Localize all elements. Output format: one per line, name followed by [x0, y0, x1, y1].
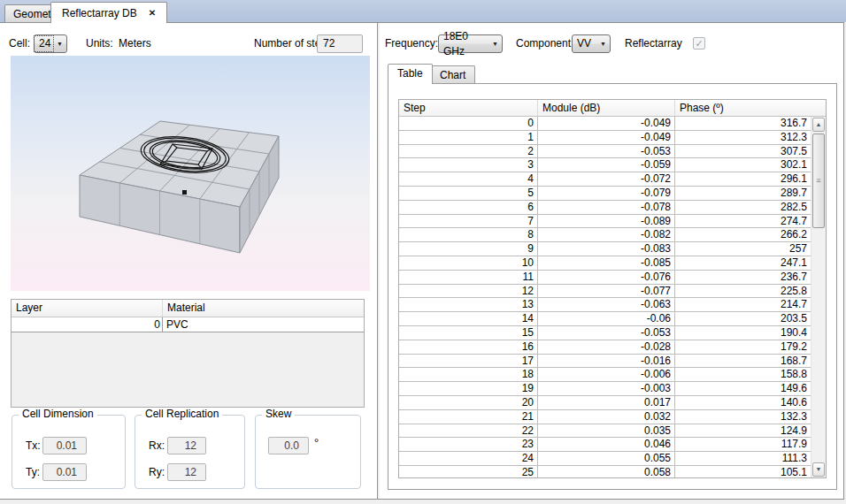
steps-table-header: Step Module (dB) Phase (º) — [399, 100, 826, 117]
ry-label: Ry: — [149, 463, 165, 481]
step-cell: 9 — [399, 242, 538, 256]
geometry-panel: Cell: 24 ▼ Units: Meters Number of steps… — [0, 23, 377, 499]
table-row[interactable]: 200.017140.6 — [399, 396, 811, 410]
table-row[interactable]: 230.046117.9 — [399, 438, 811, 452]
rx-label: Rx: — [149, 437, 165, 454]
phase-cell: 105.1 — [675, 466, 811, 477]
layer-table-row[interactable]: 0 PVC — [12, 317, 364, 332]
step-cell: 2 — [399, 145, 538, 158]
layer-table-empty-area — [12, 332, 364, 407]
module-cell: -0.049 — [538, 131, 675, 144]
table-row[interactable]: 7-0.089274.7 — [399, 215, 811, 229]
steps-table-rows: 0-0.049316.71-0.049312.32-0.053307.53-0.… — [399, 117, 811, 477]
table-row[interactable]: 220.035124.9 — [399, 424, 811, 439]
table-row[interactable]: 5-0.079289.7 — [399, 187, 811, 201]
table-row[interactable]: 1-0.049312.3 — [399, 131, 811, 145]
skew-title: Skew — [262, 408, 295, 420]
table-row[interactable]: 16-0.028179.2 — [399, 340, 811, 355]
table-row[interactable]: 11-0.076236.7 — [399, 271, 811, 285]
phase-cell: 158.8 — [675, 368, 811, 381]
table-row[interactable]: 0-0.049316.7 — [399, 117, 811, 131]
tx-field[interactable]: 0.01 — [42, 437, 87, 454]
checkmark-icon: ✓ — [695, 38, 703, 49]
table-row[interactable]: 15-0.053190.4 — [399, 326, 811, 340]
layer-table-header: Layer Material — [12, 300, 364, 317]
table-row[interactable]: 240.055111.3 — [399, 452, 811, 466]
material-cell: PVC — [163, 317, 364, 332]
phase-cell: 274.7 — [675, 215, 811, 228]
tab-reflectarray-db[interactable]: Reflectarray DB ✕ — [50, 2, 167, 23]
module-cell: 0.032 — [538, 410, 675, 424]
phase-cell: 111.3 — [675, 452, 811, 465]
table-row[interactable]: 10-0.085247.1 — [399, 256, 811, 271]
step-cell: 0 — [399, 117, 538, 130]
table-row[interactable]: 250.058105.1 — [399, 466, 811, 477]
table-row[interactable]: 8-0.082266.2 — [399, 228, 811, 242]
module-cell: -0.076 — [538, 271, 675, 284]
cell-replication-title: Cell Replication — [142, 408, 222, 420]
rx-field[interactable]: 12 — [167, 437, 206, 454]
table-row[interactable]: 17-0.016168.7 — [399, 355, 811, 369]
tab-table[interactable]: Table — [388, 64, 433, 84]
thumb-grip-icon: ≡ — [816, 176, 820, 185]
cell-dimension-groupbox: Cell Dimension Tx: 0.01 Ty: 0.01 — [12, 415, 126, 489]
scrollbar-thumb[interactable]: ≡ — [812, 134, 825, 228]
ry-field[interactable]: 12 — [167, 463, 206, 481]
table-row[interactable]: 210.032132.3 — [399, 410, 811, 424]
close-tab-icon[interactable]: ✕ — [149, 8, 156, 18]
window-border — [0, 499, 844, 500]
phase-cell: 225.8 — [675, 285, 811, 298]
ty-field[interactable]: 0.01 — [42, 463, 87, 481]
component-combobox[interactable]: VV ▼ — [572, 34, 611, 53]
table-row[interactable]: 3-0.059302.1 — [399, 158, 811, 172]
phase-cell: 289.7 — [675, 187, 811, 200]
module-column-header[interactable]: Module (dB) — [538, 100, 675, 116]
phase-cell: 132.3 — [675, 410, 811, 424]
reflectarray-checkbox[interactable]: ✓ — [693, 37, 705, 50]
steps-table: Step Module (dB) Phase (º) 0-0.049316.71… — [398, 99, 827, 478]
frequency-combobox[interactable]: 18E0 GHz ▼ — [438, 34, 503, 53]
window-border — [843, 23, 844, 500]
step-cell: 22 — [399, 424, 538, 438]
table-row[interactable]: 19-0.003149.6 — [399, 382, 811, 396]
phase-column-header[interactable]: Phase (º) — [675, 100, 826, 116]
table-row[interactable]: 2-0.053307.5 — [399, 145, 811, 159]
step-cell: 8 — [399, 228, 538, 241]
scroll-up-button[interactable]: ▲ — [812, 118, 825, 132]
phase-cell: 124.9 — [675, 424, 811, 438]
table-row[interactable]: 14-0.06203.5 — [399, 312, 811, 326]
tab-chart[interactable]: Chart — [430, 65, 475, 84]
material-column-header[interactable]: Material — [163, 300, 364, 317]
table-row[interactable]: 13-0.063214.7 — [399, 298, 811, 312]
vertical-scrollbar[interactable]: ▲ ≡ ▼ — [811, 117, 826, 477]
skew-field[interactable]: 0.0 — [268, 437, 309, 454]
reflectarray-label: Reflectarray — [625, 34, 682, 52]
cell-label: Cell: — [9, 34, 30, 52]
module-cell: -0.077 — [538, 285, 675, 298]
phase-cell: 179.2 — [675, 340, 811, 354]
phase-cell: 302.1 — [675, 158, 811, 172]
table-row[interactable]: 12-0.077225.8 — [399, 285, 811, 299]
module-cell: 0.035 — [538, 424, 675, 438]
layer-column-header[interactable]: Layer — [12, 300, 163, 317]
cell-combobox[interactable]: 24 ▼ — [34, 34, 67, 53]
reflectarray-cell-3d-render — [11, 56, 370, 291]
table-row[interactable]: 9-0.083257 — [399, 242, 811, 256]
phase-cell: 307.5 — [675, 145, 811, 158]
step-cell: 20 — [399, 396, 538, 409]
phase-cell: 296.1 — [675, 172, 811, 186]
module-cell: -0.053 — [538, 326, 675, 340]
table-row[interactable]: 4-0.072296.1 — [399, 172, 811, 187]
scroll-down-icon: ▼ — [816, 466, 822, 472]
module-cell: -0.06 — [538, 312, 675, 325]
step-column-header[interactable]: Step — [399, 100, 538, 116]
table-row[interactable]: 6-0.078282.5 — [399, 201, 811, 215]
step-cell: 13 — [399, 298, 538, 311]
cell-3d-viewport[interactable] — [11, 56, 370, 291]
units-value: Meters — [119, 34, 151, 52]
module-cell: 0.017 — [538, 396, 675, 409]
scroll-down-button[interactable]: ▼ — [812, 462, 825, 477]
number-of-steps-field[interactable]: 72 — [317, 34, 363, 53]
table-row[interactable]: 18-0.006158.8 — [399, 368, 811, 382]
frequency-combobox-value: 18E0 GHz — [439, 29, 488, 59]
